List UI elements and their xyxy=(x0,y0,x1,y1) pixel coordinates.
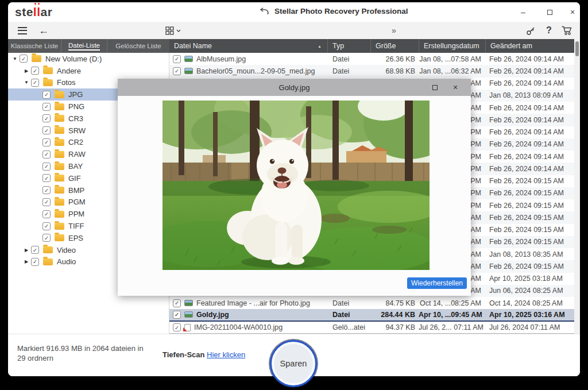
file-modified-cell: Feb 26, 2024 09:14 AM xyxy=(485,153,574,161)
table-row-img-20211004-wa0010-jpg[interactable]: ✓IMG-20211004-WA0010.jpgGelö...atei94.37… xyxy=(169,322,574,334)
tree-item-label: CR3 xyxy=(68,114,83,123)
sort-asc-icon: ▲ xyxy=(318,44,322,48)
checkbox-icon[interactable]: ✓ xyxy=(42,91,51,99)
save-button[interactable]: Sparen xyxy=(270,340,317,387)
file-modified-cell: Feb 26, 2024 09:15 AM xyxy=(485,214,574,222)
tree-item-label: JPG xyxy=(68,90,83,99)
view-grid-icon[interactable] xyxy=(164,24,175,37)
preview-maximize-icon xyxy=(432,85,438,90)
table-row-albmuseum-jpg[interactable]: ✓AlbMuseum.jpgDatei26.36 KBJan 08, ...07… xyxy=(169,53,574,65)
folder-icon xyxy=(55,234,64,241)
tab-label: Datei-Liste xyxy=(68,42,100,51)
tab-klassische-liste[interactable]: Klassische Liste xyxy=(8,39,61,53)
file-created-cell: Jul 26, 2... 07:11 AM xyxy=(419,323,485,331)
column-header-typ[interactable]: Typ xyxy=(327,39,370,53)
scrollbar-thumb[interactable] xyxy=(575,41,579,56)
chevron-down-icon[interactable] xyxy=(176,24,181,37)
deep-scan-link[interactable]: Hier klicken xyxy=(207,350,245,359)
file-modified-cell: Feb 26, 2024 09:14 AM xyxy=(485,165,574,173)
cart-icon[interactable] xyxy=(559,24,574,37)
minimize-button[interactable]: – xyxy=(514,6,532,18)
file-modified-cell: Apr 10, 2025 03:16 AM xyxy=(485,311,574,319)
image-file-icon xyxy=(184,311,193,318)
checkbox-icon[interactable]: ✓ xyxy=(42,163,51,171)
file-type-cell: Datei xyxy=(327,299,370,307)
checkbox-icon[interactable]: ✓ xyxy=(42,210,51,218)
checkbox-icon[interactable]: ✓ xyxy=(31,67,39,75)
file-modified-cell: Feb 26, 2024 09:15 AM xyxy=(485,177,574,185)
tab-gel-schte-liste[interactable]: Gelöschte Liste xyxy=(107,39,169,53)
checkbox-icon[interactable]: ✓ xyxy=(173,55,181,63)
back-arrow-icon[interactable]: ← xyxy=(37,24,51,37)
file-created-cell: Oct 14, ...08:25 AM xyxy=(419,299,485,307)
app-title-text: Stellar Photo Recovery Professional xyxy=(274,7,408,16)
overflow-chevrons-icon[interactable]: » xyxy=(388,24,400,37)
file-name-cell: ✓AlbMuseum.jpg xyxy=(169,55,327,63)
folder-icon xyxy=(55,163,64,170)
table-row-featured-image-air-for-photo-jpg[interactable]: ✓Featured Image - ...air for Photo.jpgDa… xyxy=(169,297,574,309)
checkbox-icon[interactable]: ✓ xyxy=(20,55,28,63)
checkbox-icon[interactable]: ✓ xyxy=(173,299,181,307)
checkbox-icon[interactable]: ✓ xyxy=(42,103,51,111)
title-bar: stellar Stellar Photo Recovery Professio… xyxy=(8,2,580,22)
tree-item-label: BAY xyxy=(68,162,83,171)
file-modified-cell: Feb 26, 2024 09:15 AM xyxy=(485,226,574,234)
checkbox-icon[interactable]: ✓ xyxy=(42,234,51,242)
scrollbar-track[interactable] xyxy=(574,39,580,334)
table-row-bachelor05-moun-2-09-05-med-jpg[interactable]: ✓Bachelor05_moun...2-09-05_med.jpgDatei6… xyxy=(169,65,574,77)
tab-datei-liste[interactable]: Datei-Liste xyxy=(61,39,107,53)
checkbox-icon[interactable]: ✓ xyxy=(42,186,51,194)
checkbox-icon[interactable]: ✓ xyxy=(42,222,51,230)
folder-icon xyxy=(55,151,64,158)
tree-item-new-volume-d[interactable]: ▼✓New Volume (D:) xyxy=(8,53,169,65)
image-file-icon xyxy=(184,300,193,306)
checkbox-icon[interactable]: ✓ xyxy=(42,126,51,134)
checkbox-icon[interactable]: ✓ xyxy=(42,150,51,159)
checkbox-icon[interactable]: ✓ xyxy=(173,323,181,331)
help-icon[interactable]: ? xyxy=(543,24,555,37)
column-header-erstellungsdatum[interactable]: Erstellungsdatum xyxy=(419,39,485,53)
column-header-datei-name[interactable]: Datei Name▲ xyxy=(169,39,327,53)
hamburger-menu-icon[interactable] xyxy=(16,24,29,37)
maximize-button[interactable] xyxy=(541,6,558,18)
expand-icon[interactable]: ▶ xyxy=(22,259,31,264)
file-modified-cell: Jul 26, 2024 07:11 AM xyxy=(485,323,574,331)
checkbox-icon[interactable]: ✓ xyxy=(31,79,39,87)
restore-tooltip[interactable]: Wiederherstellen xyxy=(407,277,467,289)
file-size-cell: 284.44 KB xyxy=(370,311,419,319)
checkbox-icon[interactable]: ✓ xyxy=(42,114,51,122)
tab-label: Klassische Liste xyxy=(11,43,58,49)
expand-icon[interactable]: ▶ xyxy=(22,248,31,253)
preview-maximize-button[interactable] xyxy=(428,82,441,93)
checkbox-icon[interactable]: ✓ xyxy=(173,67,181,75)
checkbox-icon[interactable]: ✓ xyxy=(42,174,51,182)
close-button[interactable]: × xyxy=(564,6,580,18)
file-size-cell: 26.36 KB xyxy=(370,55,419,63)
tree-item-label: Video xyxy=(56,246,76,254)
folder-icon xyxy=(43,258,53,265)
app-title: Stellar Photo Recovery Professional xyxy=(258,7,408,16)
key-icon[interactable] xyxy=(524,24,537,37)
checkbox-icon[interactable]: ✓ xyxy=(31,258,39,266)
checkbox-icon[interactable]: ✓ xyxy=(42,198,51,206)
collapse-icon[interactable]: ▼ xyxy=(22,80,31,85)
preview-close-button[interactable]: × xyxy=(449,82,462,93)
undo-arrow-icon xyxy=(258,7,270,16)
preview-window: Goldy.jpg × xyxy=(118,79,471,296)
preview-title: Goldy.jpg xyxy=(118,83,471,92)
tree-item-label: PPM xyxy=(68,210,84,218)
file-name-label: AlbMuseum.jpg xyxy=(196,55,246,63)
table-row-goldy-jpg[interactable]: ✓Goldy.jpgDatei284.44 KBApr 10, ...09:45… xyxy=(169,309,574,321)
tree-item-andere[interactable]: ▶✓Andere xyxy=(8,65,169,77)
checkbox-icon[interactable]: ✓ xyxy=(31,246,39,254)
column-header-geaendert-am[interactable]: Geändert am xyxy=(485,39,574,53)
file-name-cell: ✓IMG-20211004-WA0010.jpg xyxy=(169,323,327,331)
collapse-icon[interactable]: ▼ xyxy=(10,56,20,61)
folder-icon xyxy=(55,91,64,98)
file-modified-cell: Feb 26, 2024 09:14 AM xyxy=(485,55,574,63)
column-header-groesse[interactable]: Größe xyxy=(370,39,419,53)
stellar-logo: stellar xyxy=(15,5,52,19)
checkbox-icon[interactable]: ✓ xyxy=(173,311,181,319)
checkbox-icon[interactable]: ✓ xyxy=(42,138,51,146)
expand-icon[interactable]: ▶ xyxy=(22,68,31,74)
